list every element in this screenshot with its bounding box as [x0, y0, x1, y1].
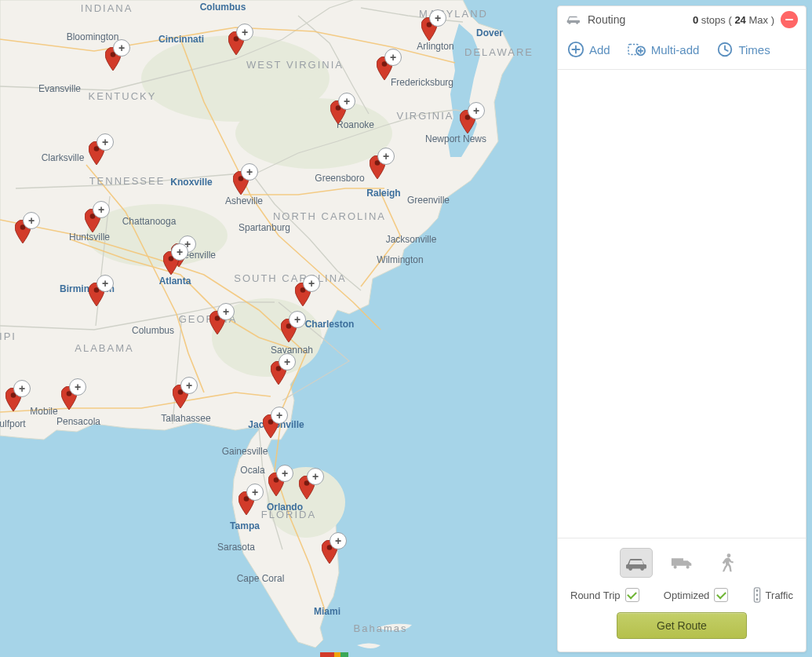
pin-add-button[interactable]: +: [241, 163, 258, 181]
map-pin[interactable]: +: [322, 532, 344, 564]
pin-add-button[interactable]: +: [246, 484, 264, 501]
pin-add-button[interactable]: +: [236, 24, 253, 41]
map-pin[interactable]: +: [268, 465, 290, 496]
map-pin[interactable]: +: [271, 353, 293, 385]
map-pin[interactable]: +: [370, 148, 391, 179]
traffic-option[interactable]: Traffic: [753, 587, 793, 603]
round-trip-checkbox[interactable]: [625, 588, 639, 602]
map-pin[interactable]: +: [263, 407, 285, 438]
traffic-label: Traffic: [766, 589, 793, 601]
map-pin[interactable]: +: [299, 468, 321, 499]
collapse-button[interactable]: [781, 11, 798, 28]
pin-add-button[interactable]: +: [69, 378, 86, 396]
multi-add-label: Multi-add: [651, 43, 700, 57]
map-pin[interactable]: +: [89, 275, 111, 306]
panel-footer: Round Trip Optimized Traffic Get Route: [558, 538, 806, 652]
pin-add-button[interactable]: +: [279, 353, 296, 370]
pin-add-button[interactable]: +: [338, 93, 355, 110]
pin-add-button[interactable]: +: [217, 303, 235, 320]
pin-add-button[interactable]: +: [468, 102, 485, 119]
map-pin[interactable]: +: [105, 39, 127, 71]
pin-add-button[interactable]: +: [96, 133, 114, 151]
svg-point-39: [756, 594, 758, 597]
svg-point-40: [756, 598, 758, 600]
pin-add-button[interactable]: +: [171, 243, 188, 261]
map-pin[interactable]: +: [61, 378, 83, 410]
times-button[interactable]: Times: [716, 41, 770, 58]
optimized-checkbox[interactable]: [714, 588, 728, 602]
round-trip-label: Round Trip: [570, 589, 621, 601]
stops-list-empty: [558, 70, 806, 538]
panel-toolbar: Add Multi-add Times: [558, 33, 806, 70]
pin-add-button[interactable]: +: [276, 465, 293, 482]
pin-add-button[interactable]: +: [113, 39, 130, 57]
pin-add-button[interactable]: +: [429, 9, 446, 27]
pin-add-button[interactable]: +: [307, 468, 324, 485]
map-pin[interactable]: +: [163, 243, 185, 275]
pin-add-button[interactable]: +: [96, 275, 114, 292]
add-label: Add: [589, 43, 610, 57]
panel-header: Routing 0 stops ( 24 Max ): [558, 6, 806, 33]
svg-point-36: [727, 553, 731, 557]
pin-add-button[interactable]: +: [289, 311, 306, 328]
map-pin[interactable]: +: [209, 303, 231, 334]
map-pin[interactable]: +: [460, 102, 482, 133]
svg-point-38: [756, 589, 758, 592]
stops-counter: 0 stops ( 24 Max ): [693, 14, 774, 26]
add-stop-button[interactable]: Add: [567, 41, 610, 58]
mode-walk[interactable]: [712, 549, 744, 577]
round-trip-option[interactable]: Round Trip: [570, 588, 639, 602]
map-pin[interactable]: +: [330, 93, 352, 124]
optimized-label: Optimized: [664, 589, 710, 601]
traffic-light-icon: [753, 587, 761, 603]
car-icon: [566, 13, 581, 27]
mode-car[interactable]: [620, 548, 653, 578]
map-pin[interactable]: +: [173, 377, 195, 408]
map-pin[interactable]: +: [421, 9, 443, 41]
route-options: Round Trip Optimized Traffic: [567, 587, 796, 603]
map-pin[interactable]: +: [295, 275, 317, 306]
mode-truck[interactable]: [667, 549, 698, 577]
panel-title: Routing: [588, 13, 686, 26]
pin-add-button[interactable]: +: [271, 407, 288, 424]
map-pin[interactable]: +: [89, 133, 111, 165]
pin-add-button[interactable]: +: [23, 212, 40, 229]
pin-add-button[interactable]: +: [93, 201, 110, 218]
pin-add-button[interactable]: +: [384, 49, 402, 66]
map-pin[interactable]: +: [15, 212, 37, 243]
map-pin[interactable]: +: [281, 311, 303, 342]
map-pin[interactable]: +: [228, 24, 250, 55]
traffic-heat-bar: [320, 652, 348, 657]
get-route-button[interactable]: Get Route: [617, 612, 747, 639]
map-pin[interactable]: +: [233, 163, 255, 195]
multi-add-button[interactable]: Multi-add: [628, 41, 700, 58]
pin-add-button[interactable]: +: [13, 380, 31, 397]
times-label: Times: [738, 43, 770, 57]
map-pin[interactable]: +: [377, 49, 399, 80]
map-pin[interactable]: +: [239, 484, 260, 515]
map-pin[interactable]: +: [85, 201, 107, 232]
pin-add-button[interactable]: +: [377, 148, 395, 165]
pin-add-button[interactable]: +: [330, 532, 347, 549]
routing-panel: Routing 0 stops ( 24 Max ) Add Multi-add…: [557, 5, 807, 652]
svg-point-2: [235, 98, 392, 169]
optimized-option[interactable]: Optimized: [664, 588, 729, 602]
pin-add-button[interactable]: +: [180, 377, 198, 394]
map-pin[interactable]: +: [5, 380, 27, 411]
travel-modes: [567, 548, 796, 578]
pin-add-button[interactable]: +: [303, 275, 320, 292]
